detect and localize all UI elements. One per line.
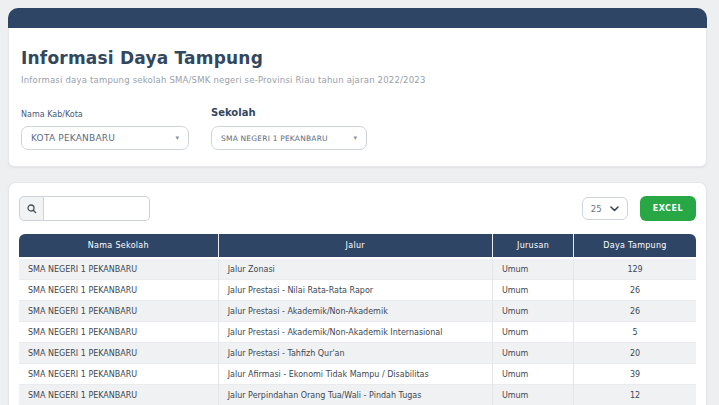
column-header-jurusan[interactable]: Jurusan	[493, 234, 574, 259]
table-cell-jurusan: Umum	[493, 259, 574, 280]
sekolah-selected-value: SMA NEGERI 1 PEKANBARU	[221, 134, 328, 143]
table-body: SMA NEGERI 1 PEKANBARUJalur ZonasiUmum12…	[19, 259, 696, 405]
table-cell-daya-tampung: 20	[574, 343, 696, 364]
column-header-daya-tampung[interactable]: Daya Tampung	[574, 234, 696, 259]
kabkota-label: Nama Kab/Kota	[21, 110, 189, 119]
sekolah-label: Sekolah	[211, 107, 367, 118]
page-subtitle: Informasi daya tampung sekolah SMA/SMK n…	[21, 75, 692, 85]
table-cell-jalur: Jalur Prestasi - Nilai Rata-Rata Rapor	[219, 280, 493, 301]
page-size-value: 25	[591, 204, 602, 214]
table-cell-daya-tampung: 12	[574, 385, 696, 405]
page-size-select[interactable]: 25	[582, 197, 628, 220]
table-cell-jurusan: Umum	[493, 280, 574, 301]
table-row[interactable]: SMA NEGERI 1 PEKANBARUJalur Perpindahan …	[19, 385, 696, 405]
table-row[interactable]: SMA NEGERI 1 PEKANBARUJalur Prestasi - N…	[19, 280, 696, 301]
table-cell-nama-sekolah: SMA NEGERI 1 PEKANBARU	[19, 364, 219, 385]
filter-group-kabkota: Nama Kab/Kota KOTA PEKANBARU ▾	[21, 110, 189, 150]
page-title: Informasi Daya Tampung	[21, 48, 692, 68]
table-cell-jurusan: Umum	[493, 301, 574, 322]
info-card-body: Informasi Daya Tampung Informasi daya ta…	[9, 28, 706, 166]
excel-export-button[interactable]: EXCEL	[640, 196, 696, 221]
table-cell-nama-sekolah: SMA NEGERI 1 PEKANBARU	[19, 343, 219, 364]
sekolah-select[interactable]: SMA NEGERI 1 PEKANBARU ▾	[211, 126, 367, 150]
table-header: Nama Sekolah Jalur Jurusan Daya Tampung	[19, 234, 696, 259]
caret-down-icon: ▾	[175, 135, 179, 142]
filter-group-sekolah: Sekolah SMA NEGERI 1 PEKANBARU ▾	[211, 107, 367, 150]
search-icon	[27, 204, 37, 214]
table-row[interactable]: SMA NEGERI 1 PEKANBARUJalur ZonasiUmum12…	[19, 259, 696, 280]
column-header-jalur[interactable]: Jalur	[219, 234, 493, 259]
table-cell-nama-sekolah: SMA NEGERI 1 PEKANBARU	[19, 385, 219, 405]
search-input[interactable]	[44, 196, 150, 221]
table-cell-daya-tampung: 26	[574, 301, 696, 322]
table-cell-jurusan: Umum	[493, 385, 574, 405]
chevron-down-icon	[610, 206, 619, 212]
table-cell-jurusan: Umum	[493, 364, 574, 385]
card-top-navy-bar	[8, 8, 707, 28]
filters-row: Nama Kab/Kota KOTA PEKANBARU ▾ Sekolah S…	[21, 107, 692, 150]
table-cell-jurusan: Umum	[493, 322, 574, 343]
table-toolbar: 25 EXCEL	[19, 196, 696, 221]
table-row[interactable]: SMA NEGERI 1 PEKANBARUJalur Prestasi - T…	[19, 343, 696, 364]
column-header-nama-sekolah[interactable]: Nama Sekolah	[19, 234, 219, 259]
capacity-table: Nama Sekolah Jalur Jurusan Daya Tampung …	[19, 234, 696, 405]
table-row[interactable]: SMA NEGERI 1 PEKANBARUJalur Prestasi - A…	[19, 322, 696, 343]
table-cell-jalur: Jalur Perpindahan Orang Tua/Wali - Pinda…	[219, 385, 493, 405]
table-row[interactable]: SMA NEGERI 1 PEKANBARUJalur Prestasi - A…	[19, 301, 696, 322]
table-cell-jalur: Jalur Afirmasi - Ekonomi Tidak Mampu / D…	[219, 364, 493, 385]
table-cell-jalur: Jalur Prestasi - Akademik/Non-Akademik I…	[219, 322, 493, 343]
table-cell-jalur: Jalur Prestasi - Akademik/Non-Akademik	[219, 301, 493, 322]
page-container: Informasi Daya Tampung Informasi daya ta…	[8, 8, 707, 405]
table-cell-daya-tampung: 39	[574, 364, 696, 385]
table-cell-nama-sekolah: SMA NEGERI 1 PEKANBARU	[19, 322, 219, 343]
table-cell-daya-tampung: 26	[574, 280, 696, 301]
table-cell-daya-tampung: 129	[574, 259, 696, 280]
table-cell-jalur: Jalur Prestasi - Tahfizh Qur'an	[219, 343, 493, 364]
kabkota-selected-value: KOTA PEKANBARU	[31, 133, 115, 143]
search-icon-box	[19, 196, 44, 221]
table-cell-jalur: Jalur Zonasi	[219, 259, 493, 280]
caret-down-icon: ▾	[353, 135, 357, 142]
table-cell-nama-sekolah: SMA NEGERI 1 PEKANBARU	[19, 301, 219, 322]
table-row[interactable]: SMA NEGERI 1 PEKANBARUJalur Afirmasi - E…	[19, 364, 696, 385]
table-card: 25 EXCEL Nama Sekolah Jalur Jurusan Daya…	[8, 182, 707, 405]
table-cell-daya-tampung: 5	[574, 322, 696, 343]
info-card: Informasi Daya Tampung Informasi daya ta…	[8, 28, 707, 167]
kabkota-select[interactable]: KOTA PEKANBARU ▾	[21, 126, 189, 150]
table-cell-nama-sekolah: SMA NEGERI 1 PEKANBARU	[19, 259, 219, 280]
table-cell-jurusan: Umum	[493, 343, 574, 364]
toolbar-right: 25 EXCEL	[582, 196, 696, 221]
search-group	[19, 196, 150, 221]
table-cell-nama-sekolah: SMA NEGERI 1 PEKANBARU	[19, 280, 219, 301]
